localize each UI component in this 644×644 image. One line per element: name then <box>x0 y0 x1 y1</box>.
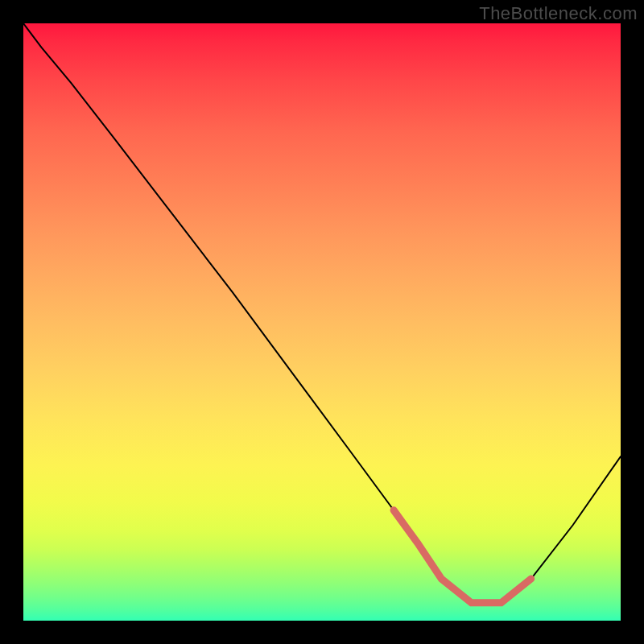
plot-gradient-area <box>23 23 621 621</box>
watermark-text: TheBottleneck.com <box>479 3 638 24</box>
main-curve-path <box>23 23 621 603</box>
curve-overlay <box>23 23 621 621</box>
chart-canvas: TheBottleneck.com <box>0 0 644 644</box>
highlight-curve-path <box>394 510 531 603</box>
